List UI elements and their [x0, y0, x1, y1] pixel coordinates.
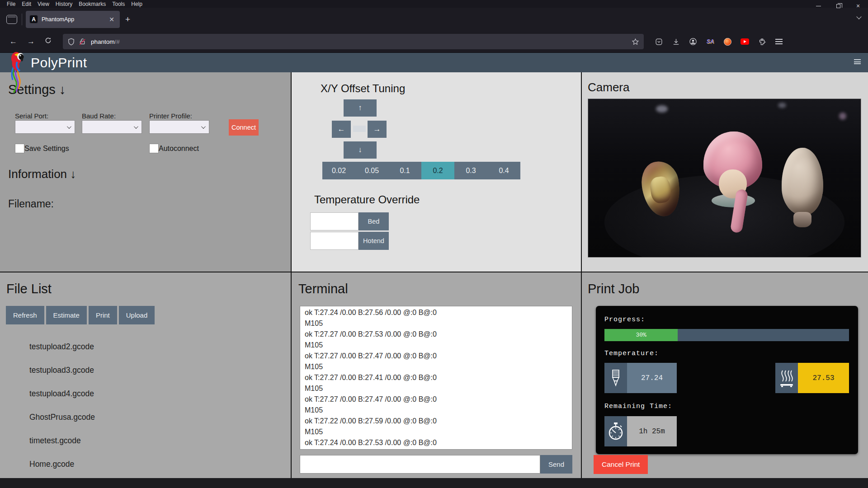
page-footer: [0, 478, 868, 488]
cancel-print-button[interactable]: Cancel Print: [594, 455, 648, 474]
terminal-line: M105: [305, 318, 567, 329]
downloads-icon[interactable]: [669, 35, 683, 48]
url-text: phantom/#: [91, 38, 632, 45]
file-list-item[interactable]: GhostPrusa.gcode: [29, 405, 95, 429]
app-menu-icon[interactable]: [854, 59, 861, 64]
forward-button[interactable]: →: [22, 35, 40, 48]
autoconnect-checkbox[interactable]: [149, 144, 159, 153]
file-list: testupload2.gcodetestupload3.gcodetestup…: [29, 335, 95, 476]
back-button[interactable]: ←: [5, 35, 22, 48]
baud-rate-select[interactable]: [82, 120, 142, 134]
navigation-bar: ← → phantom/# SA: [0, 31, 868, 53]
menu-item[interactable]: Edit: [19, 0, 34, 8]
information-heading[interactable]: Information ↓: [8, 167, 76, 181]
terminal-line: ok T:27.24 /0.00 B:27.53 /0.00 @:0 B@:0: [305, 437, 567, 448]
menu-item[interactable]: Help: [128, 0, 146, 8]
autoconnect-label: Autoconnect: [159, 145, 199, 153]
connect-button[interactable]: Connect: [229, 119, 259, 136]
printer-profile-label: Printer Profile:: [149, 112, 192, 120]
file-action-button[interactable]: Print: [89, 306, 117, 324]
url-bar[interactable]: phantom/#: [63, 34, 644, 49]
file-list-item[interactable]: Home.gcode: [29, 452, 95, 476]
terminal-panel: Terminal M105ok T:27.24 /0.00 B:27.56 /0…: [292, 272, 581, 478]
autoconnect-row: Autoconnect: [149, 144, 199, 153]
maximize-button[interactable]: [828, 0, 848, 12]
close-button[interactable]: ×: [848, 0, 868, 12]
tab-list-chevron-icon[interactable]: [857, 15, 862, 19]
shield-icon[interactable]: [67, 38, 75, 46]
hotend-button[interactable]: Hotend: [359, 232, 389, 250]
menu-item[interactable]: Bookmarks: [75, 0, 109, 8]
step-size-button[interactable]: 0.02: [322, 162, 355, 179]
polyprint-parrot-logo: [6, 50, 28, 94]
filename-label: Filename:: [8, 198, 54, 210]
hotend-temp-input[interactable]: [310, 232, 359, 250]
file-action-button[interactable]: Estimate: [46, 306, 87, 324]
tab-phantomapp[interactable]: A PhantomApp ✕: [26, 11, 120, 28]
temperature-override-title: Temperature Override: [314, 193, 420, 206]
minimize-button[interactable]: [808, 0, 828, 12]
send-button[interactable]: Send: [540, 455, 572, 474]
extension-sa-icon[interactable]: SA: [703, 35, 717, 48]
progress-label: Progress:: [604, 316, 645, 324]
step-size-button[interactable]: 0.05: [355, 162, 388, 179]
firefox-view-icon[interactable]: [6, 15, 17, 24]
progress-fill: 30%: [604, 329, 678, 341]
jog-down-button[interactable]: ↓: [344, 141, 377, 159]
file-action-button[interactable]: Upload: [119, 306, 155, 324]
menu-item[interactable]: Tools: [109, 0, 128, 8]
app-menu-hamburger-icon[interactable]: [772, 35, 786, 48]
remaining-time-widget: 1h 25m: [604, 416, 677, 446]
menu-item[interactable]: History: [52, 0, 75, 8]
step-size-button[interactable]: 0.2: [421, 162, 454, 179]
account-icon[interactable]: [686, 35, 700, 48]
offset-tuning-panel: X/Y Offset Tuning ↑ ← → ↓ 0.020.050.10.2…: [292, 72, 581, 272]
tab-close-icon[interactable]: ✕: [107, 15, 116, 24]
dpad-center-button[interactable]: [353, 126, 366, 132]
extensions-puzzle-icon[interactable]: [755, 35, 769, 48]
pink-hair-bust: [703, 131, 763, 235]
terminal-command-input[interactable]: [300, 455, 540, 474]
extension-orange-icon[interactable]: [721, 35, 734, 48]
heated-bed-icon: [775, 363, 798, 393]
step-size-button[interactable]: 0.1: [388, 162, 421, 179]
terminal-line: ok T:27.22 /0.00 B:27.59 /0.00 @:0 B@:0: [305, 416, 567, 427]
bed-button[interactable]: Bed: [359, 212, 389, 230]
bed-temp-input[interactable]: [310, 212, 359, 230]
save-settings-checkbox[interactable]: [15, 144, 24, 153]
tab-separator: [22, 14, 22, 25]
file-list-item[interactable]: timetest.gcode: [29, 429, 95, 452]
extension-play-icon[interactable]: [738, 35, 751, 48]
main-content: Settings ↓ Serial Port: Baud Rate: Print…: [0, 72, 868, 478]
bald-head-bust: [782, 148, 823, 216]
file-action-buttons: RefreshEstimatePrintUpload: [6, 306, 155, 324]
reload-button[interactable]: [40, 35, 57, 48]
printer-profile-select[interactable]: [149, 120, 209, 134]
file-list-item[interactable]: testupload2.gcode: [29, 335, 95, 358]
new-tab-button[interactable]: +: [120, 14, 136, 25]
jog-up-button[interactable]: ↑: [344, 99, 377, 117]
pocket-icon[interactable]: [652, 35, 665, 48]
step-size-button[interactable]: 0.4: [487, 162, 520, 179]
terminal-line: M105: [305, 427, 567, 437]
remaining-time-label: Remaining Time:: [604, 403, 672, 410]
menu-list: FileEditViewHistoryBookmarksToolsHelp: [4, 0, 146, 8]
file-action-button[interactable]: Refresh: [6, 306, 44, 324]
bookmark-star-icon[interactable]: [632, 38, 639, 46]
window-controls: ×: [808, 0, 868, 12]
terminal-output[interactable]: M105ok T:27.24 /0.00 B:27.56 /0.00 @:0 B…: [300, 306, 572, 450]
menu-item[interactable]: View: [34, 0, 52, 8]
terminal-line: M105: [305, 361, 567, 372]
menu-item[interactable]: File: [4, 0, 19, 8]
terminal-line: ok T:27.27 /0.00 B:27.41 /0.00 @:0 B@:0: [305, 372, 567, 383]
insecure-lock-icon[interactable]: [79, 38, 86, 46]
serial-port-select[interactable]: [15, 120, 75, 134]
print-job-panel: Print Job Progress: 30% Temperature: 27.…: [582, 272, 868, 478]
camera-feed-image: [588, 99, 861, 258]
jog-left-button[interactable]: ←: [332, 121, 351, 138]
file-list-item[interactable]: testupload3.gcode: [29, 358, 95, 382]
step-size-button[interactable]: 0.3: [454, 162, 487, 179]
jog-right-button[interactable]: →: [368, 121, 387, 138]
file-list-item[interactable]: testupload4.gcode: [29, 382, 95, 405]
bed-temp-widget: 27.53: [775, 363, 849, 393]
